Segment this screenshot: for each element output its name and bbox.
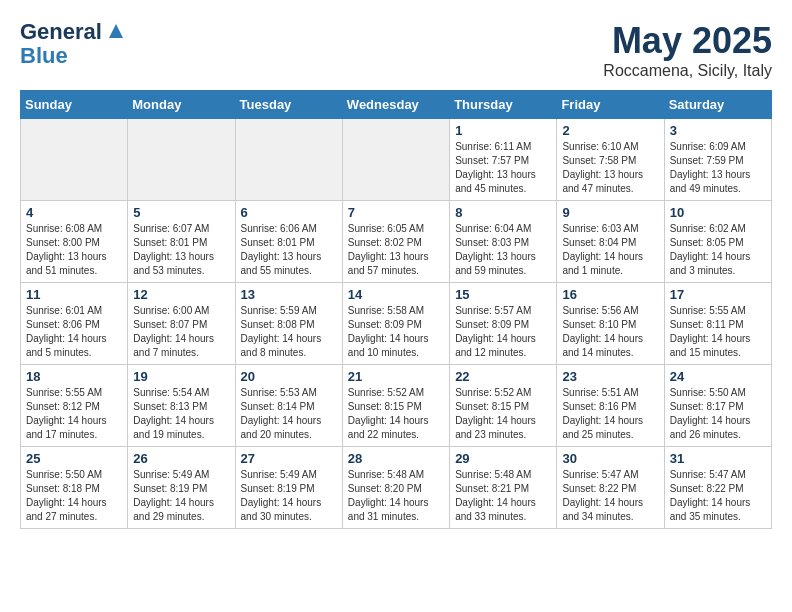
calendar-cell: 3Sunrise: 6:09 AM Sunset: 7:59 PM Daylig… [664, 119, 771, 201]
day-info: Sunrise: 6:03 AM Sunset: 8:04 PM Dayligh… [562, 222, 658, 278]
day-number: 25 [26, 451, 122, 466]
calendar-cell: 9Sunrise: 6:03 AM Sunset: 8:04 PM Daylig… [557, 201, 664, 283]
logo-blue-text: Blue [20, 44, 127, 68]
day-number: 12 [133, 287, 229, 302]
day-number: 9 [562, 205, 658, 220]
day-info: Sunrise: 5:54 AM Sunset: 8:13 PM Dayligh… [133, 386, 229, 442]
calendar-week-3: 11Sunrise: 6:01 AM Sunset: 8:06 PM Dayli… [21, 283, 772, 365]
calendar-cell: 4Sunrise: 6:08 AM Sunset: 8:00 PM Daylig… [21, 201, 128, 283]
day-number: 18 [26, 369, 122, 384]
day-info: Sunrise: 6:01 AM Sunset: 8:06 PM Dayligh… [26, 304, 122, 360]
logo: General Blue [20, 20, 127, 68]
calendar-week-5: 25Sunrise: 5:50 AM Sunset: 8:18 PM Dayli… [21, 447, 772, 529]
day-number: 2 [562, 123, 658, 138]
calendar-cell: 22Sunrise: 5:52 AM Sunset: 8:15 PM Dayli… [450, 365, 557, 447]
day-info: Sunrise: 6:10 AM Sunset: 7:58 PM Dayligh… [562, 140, 658, 196]
calendar-cell: 2Sunrise: 6:10 AM Sunset: 7:58 PM Daylig… [557, 119, 664, 201]
calendar-cell: 15Sunrise: 5:57 AM Sunset: 8:09 PM Dayli… [450, 283, 557, 365]
calendar-cell: 8Sunrise: 6:04 AM Sunset: 8:03 PM Daylig… [450, 201, 557, 283]
day-info: Sunrise: 5:52 AM Sunset: 8:15 PM Dayligh… [455, 386, 551, 442]
calendar-cell: 23Sunrise: 5:51 AM Sunset: 8:16 PM Dayli… [557, 365, 664, 447]
day-info: Sunrise: 5:55 AM Sunset: 8:12 PM Dayligh… [26, 386, 122, 442]
title-block: May 2025 Roccamena, Sicily, Italy [603, 20, 772, 80]
calendar-cell: 11Sunrise: 6:01 AM Sunset: 8:06 PM Dayli… [21, 283, 128, 365]
day-number: 28 [348, 451, 444, 466]
calendar-cell: 29Sunrise: 5:48 AM Sunset: 8:21 PM Dayli… [450, 447, 557, 529]
day-info: Sunrise: 5:53 AM Sunset: 8:14 PM Dayligh… [241, 386, 337, 442]
day-info: Sunrise: 5:59 AM Sunset: 8:08 PM Dayligh… [241, 304, 337, 360]
calendar-cell: 24Sunrise: 5:50 AM Sunset: 8:17 PM Dayli… [664, 365, 771, 447]
calendar-cell: 27Sunrise: 5:49 AM Sunset: 8:19 PM Dayli… [235, 447, 342, 529]
calendar-week-4: 18Sunrise: 5:55 AM Sunset: 8:12 PM Dayli… [21, 365, 772, 447]
day-info: Sunrise: 5:47 AM Sunset: 8:22 PM Dayligh… [562, 468, 658, 524]
calendar-week-2: 4Sunrise: 6:08 AM Sunset: 8:00 PM Daylig… [21, 201, 772, 283]
day-number: 15 [455, 287, 551, 302]
calendar-cell: 6Sunrise: 6:06 AM Sunset: 8:01 PM Daylig… [235, 201, 342, 283]
column-header-monday: Monday [128, 91, 235, 119]
calendar-cell: 10Sunrise: 6:02 AM Sunset: 8:05 PM Dayli… [664, 201, 771, 283]
calendar-table: SundayMondayTuesdayWednesdayThursdayFrid… [20, 90, 772, 529]
day-number: 22 [455, 369, 551, 384]
calendar-cell [235, 119, 342, 201]
calendar-cell [342, 119, 449, 201]
calendar-cell: 21Sunrise: 5:52 AM Sunset: 8:15 PM Dayli… [342, 365, 449, 447]
calendar-cell: 13Sunrise: 5:59 AM Sunset: 8:08 PM Dayli… [235, 283, 342, 365]
day-info: Sunrise: 5:51 AM Sunset: 8:16 PM Dayligh… [562, 386, 658, 442]
day-info: Sunrise: 5:50 AM Sunset: 8:17 PM Dayligh… [670, 386, 766, 442]
day-info: Sunrise: 5:49 AM Sunset: 8:19 PM Dayligh… [241, 468, 337, 524]
day-info: Sunrise: 6:07 AM Sunset: 8:01 PM Dayligh… [133, 222, 229, 278]
day-number: 6 [241, 205, 337, 220]
svg-marker-0 [109, 24, 123, 38]
day-number: 23 [562, 369, 658, 384]
calendar-cell: 30Sunrise: 5:47 AM Sunset: 8:22 PM Dayli… [557, 447, 664, 529]
day-info: Sunrise: 6:06 AM Sunset: 8:01 PM Dayligh… [241, 222, 337, 278]
day-info: Sunrise: 6:00 AM Sunset: 8:07 PM Dayligh… [133, 304, 229, 360]
column-header-sunday: Sunday [21, 91, 128, 119]
day-info: Sunrise: 6:02 AM Sunset: 8:05 PM Dayligh… [670, 222, 766, 278]
calendar-cell: 26Sunrise: 5:49 AM Sunset: 8:19 PM Dayli… [128, 447, 235, 529]
calendar-cell: 20Sunrise: 5:53 AM Sunset: 8:14 PM Dayli… [235, 365, 342, 447]
day-info: Sunrise: 6:08 AM Sunset: 8:00 PM Dayligh… [26, 222, 122, 278]
day-number: 7 [348, 205, 444, 220]
day-number: 19 [133, 369, 229, 384]
day-number: 21 [348, 369, 444, 384]
day-info: Sunrise: 5:49 AM Sunset: 8:19 PM Dayligh… [133, 468, 229, 524]
day-number: 30 [562, 451, 658, 466]
calendar-cell: 12Sunrise: 6:00 AM Sunset: 8:07 PM Dayli… [128, 283, 235, 365]
day-number: 5 [133, 205, 229, 220]
calendar-cell [21, 119, 128, 201]
day-number: 31 [670, 451, 766, 466]
day-info: Sunrise: 5:50 AM Sunset: 8:18 PM Dayligh… [26, 468, 122, 524]
day-number: 13 [241, 287, 337, 302]
day-number: 14 [348, 287, 444, 302]
calendar-cell [128, 119, 235, 201]
calendar-cell: 1Sunrise: 6:11 AM Sunset: 7:57 PM Daylig… [450, 119, 557, 201]
column-header-saturday: Saturday [664, 91, 771, 119]
day-number: 26 [133, 451, 229, 466]
column-header-friday: Friday [557, 91, 664, 119]
day-number: 3 [670, 123, 766, 138]
day-info: Sunrise: 5:57 AM Sunset: 8:09 PM Dayligh… [455, 304, 551, 360]
day-number: 8 [455, 205, 551, 220]
column-header-thursday: Thursday [450, 91, 557, 119]
logo-text: General [20, 20, 102, 44]
day-number: 4 [26, 205, 122, 220]
day-info: Sunrise: 5:48 AM Sunset: 8:21 PM Dayligh… [455, 468, 551, 524]
calendar-cell: 5Sunrise: 6:07 AM Sunset: 8:01 PM Daylig… [128, 201, 235, 283]
column-header-wednesday: Wednesday [342, 91, 449, 119]
column-header-tuesday: Tuesday [235, 91, 342, 119]
month-title: May 2025 [603, 20, 772, 62]
day-info: Sunrise: 5:58 AM Sunset: 8:09 PM Dayligh… [348, 304, 444, 360]
day-info: Sunrise: 5:55 AM Sunset: 8:11 PM Dayligh… [670, 304, 766, 360]
day-number: 24 [670, 369, 766, 384]
day-number: 17 [670, 287, 766, 302]
day-info: Sunrise: 5:56 AM Sunset: 8:10 PM Dayligh… [562, 304, 658, 360]
calendar-cell: 18Sunrise: 5:55 AM Sunset: 8:12 PM Dayli… [21, 365, 128, 447]
calendar-cell: 16Sunrise: 5:56 AM Sunset: 8:10 PM Dayli… [557, 283, 664, 365]
calendar-cell: 14Sunrise: 5:58 AM Sunset: 8:09 PM Dayli… [342, 283, 449, 365]
day-number: 20 [241, 369, 337, 384]
day-number: 29 [455, 451, 551, 466]
calendar-header-row: SundayMondayTuesdayWednesdayThursdayFrid… [21, 91, 772, 119]
day-info: Sunrise: 5:52 AM Sunset: 8:15 PM Dayligh… [348, 386, 444, 442]
day-number: 10 [670, 205, 766, 220]
